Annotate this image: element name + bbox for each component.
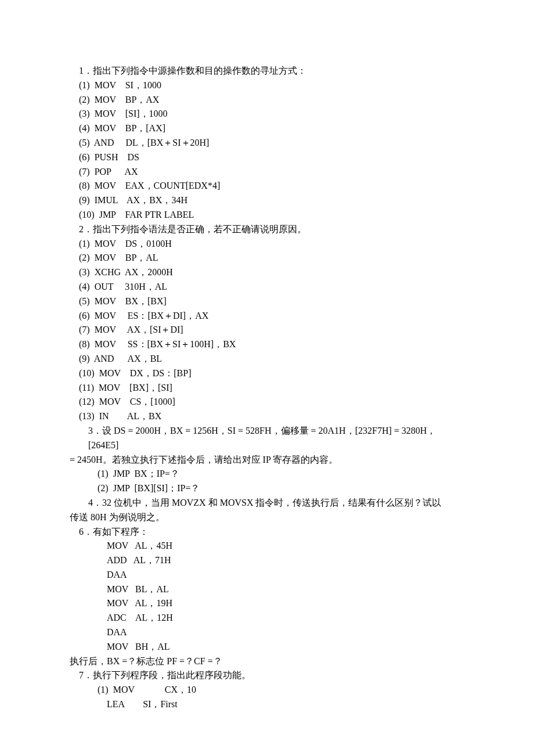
text-line: (9) IMUL AX，BX，34H xyxy=(70,193,464,208)
document-page: 1．指出下列指令中源操作数和目的操作数的寻址方式：(1) MOV SI，1000… xyxy=(0,0,534,756)
text-line: MOV AL，45H xyxy=(70,539,464,553)
text-line: (2) MOV BP，AX xyxy=(70,93,464,107)
text-line: 传送 80H 为例说明之。 xyxy=(70,510,464,525)
text-line: (6) PUSH DS xyxy=(70,150,464,165)
text-line: 4．32 位机中，当用 MOVZX 和 MOVSX 指令时，传送执行后，结果有什… xyxy=(70,496,464,510)
text-line: (8) MOV SS：[BX＋SI＋100H]，BX xyxy=(70,337,464,352)
text-line: (9) AND AX，BL xyxy=(70,352,464,366)
text-line: = 2450H。若独立执行下述指令后，请给出对应 IP 寄存器的内容。 xyxy=(70,453,464,467)
text-line: (5) MOV BX，[BX] xyxy=(70,294,464,309)
text-line: (1) MOV SI，1000 xyxy=(70,78,464,93)
text-line: (8) MOV EAX，COUNT[EDX*4] xyxy=(70,179,464,193)
text-line: DAA xyxy=(70,568,464,582)
text-line: (10) MOV DX，DS：[BP] xyxy=(70,366,464,381)
text-line: (5) AND DL，[BX＋SI＋20H] xyxy=(70,136,464,150)
text-line: (1) MOV CX，10 xyxy=(70,683,464,697)
text-line: 6．有如下程序： xyxy=(70,525,464,539)
text-line: (1) MOV DS，0100H xyxy=(70,237,464,251)
text-line: ADC AL，12H xyxy=(70,611,464,625)
text-line: LEA SI，First xyxy=(70,697,464,712)
text-line: (11) MOV [BX]，[SI] xyxy=(70,381,464,395)
text-line: (7) POP AX xyxy=(70,165,464,179)
text-line: DAA xyxy=(70,625,464,640)
text-line: (2) JMP [BX][SI]；IP=？ xyxy=(70,481,464,496)
text-line: (4) MOV BP，[AX] xyxy=(70,121,464,136)
text-line: (2) MOV BP，AL xyxy=(70,251,464,265)
text-line: (10) JMP FAR PTR LABEL xyxy=(70,208,464,222)
text-line: (12) MOV CS，[1000] xyxy=(70,395,464,409)
text-line: ADD AL，71H xyxy=(70,553,464,568)
text-line: (13) IN AL，BX xyxy=(70,409,464,424)
text-line: 2．指出下列指令语法是否正确，若不正确请说明原因。 xyxy=(70,222,464,237)
text-line: MOV BH，AL xyxy=(70,640,464,654)
document-body: 1．指出下列指令中源操作数和目的操作数的寻址方式：(1) MOV SI，1000… xyxy=(70,64,464,712)
text-line: (7) MOV AX，[SI＋DI] xyxy=(70,323,464,337)
text-line: MOV BL，AL xyxy=(70,582,464,597)
text-line: 1．指出下列指令中源操作数和目的操作数的寻址方式： xyxy=(70,64,464,78)
text-line: (3) XCHG AX，2000H xyxy=(70,265,464,280)
text-line: 执行后，BX =？标志位 PF =？CF =？ xyxy=(70,654,464,669)
text-line: (3) MOV [SI]，1000 xyxy=(70,107,464,121)
text-line: 7．执行下列程序段，指出此程序段功能。 xyxy=(70,668,464,683)
text-line: (4) OUT 310H，AL xyxy=(70,280,464,294)
text-line: (1) JMP BX；IP=？ xyxy=(70,467,464,481)
text-line: MOV AL，19H xyxy=(70,596,464,611)
text-line: 3．设 DS = 2000H，BX = 1256H，SI = 528FH，偏移量… xyxy=(70,424,464,453)
text-line: (6) MOV ES：[BX＋DI]，AX xyxy=(70,309,464,323)
